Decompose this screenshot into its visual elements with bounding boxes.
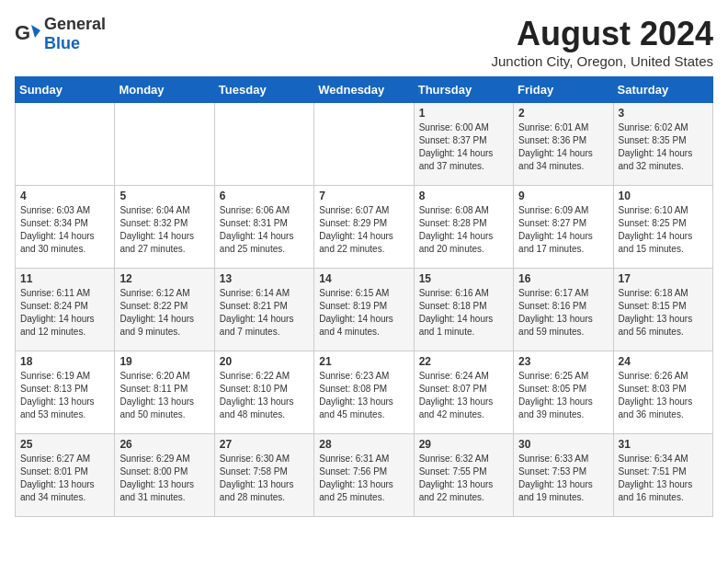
calendar-cell: [314, 103, 414, 186]
calendar-cell: 16Sunrise: 6:17 AM Sunset: 8:16 PM Dayli…: [514, 269, 613, 351]
day-info: Sunrise: 6:27 AM Sunset: 8:01 PM Dayligh…: [20, 453, 109, 504]
day-number: 19: [119, 355, 209, 368]
calendar-cell: 28Sunrise: 6:31 AM Sunset: 7:56 PM Dayli…: [314, 434, 414, 517]
calendar-cell: 24Sunrise: 6:26 AM Sunset: 8:03 PM Dayli…: [613, 351, 712, 434]
page-header: G General Blue August 2024 Junction City…: [15, 15, 713, 69]
day-info: Sunrise: 6:07 AM Sunset: 8:29 PM Dayligh…: [319, 204, 408, 256]
day-info: Sunrise: 6:25 AM Sunset: 8:05 PM Dayligh…: [518, 370, 608, 421]
calendar-cell: 15Sunrise: 6:16 AM Sunset: 8:18 PM Dayli…: [414, 269, 513, 351]
day-info: Sunrise: 6:16 AM Sunset: 8:18 PM Dayligh…: [419, 287, 508, 339]
day-info: Sunrise: 6:30 AM Sunset: 7:58 PM Dayligh…: [220, 453, 309, 504]
day-info: Sunrise: 6:32 AM Sunset: 7:55 PM Dayligh…: [419, 453, 508, 504]
calendar-week-3: 11Sunrise: 6:11 AM Sunset: 8:24 PM Dayli…: [16, 269, 713, 351]
logo: G General Blue: [15, 15, 106, 53]
day-number: 23: [518, 355, 608, 368]
calendar-cell: 17Sunrise: 6:18 AM Sunset: 8:15 PM Dayli…: [613, 269, 712, 351]
day-info: Sunrise: 6:19 AM Sunset: 8:13 PM Dayligh…: [20, 370, 109, 421]
day-of-week-thursday: Thursday: [414, 77, 513, 103]
calendar-cell: 23Sunrise: 6:25 AM Sunset: 8:05 PM Dayli…: [514, 351, 613, 434]
calendar-cell: 18Sunrise: 6:19 AM Sunset: 8:13 PM Dayli…: [16, 351, 115, 434]
calendar-cell: 12Sunrise: 6:12 AM Sunset: 8:22 PM Dayli…: [115, 269, 214, 351]
calendar-cell: 19Sunrise: 6:20 AM Sunset: 8:11 PM Dayli…: [115, 351, 214, 434]
day-number: 4: [20, 190, 109, 202]
logo-general-text: General: [44, 15, 106, 33]
calendar-cell: 6Sunrise: 6:06 AM Sunset: 8:31 PM Daylig…: [214, 186, 313, 269]
day-number: 16: [518, 272, 608, 285]
calendar-cell: 21Sunrise: 6:23 AM Sunset: 8:08 PM Dayli…: [314, 351, 414, 434]
day-info: Sunrise: 6:06 AM Sunset: 8:31 PM Dayligh…: [220, 204, 309, 256]
day-info: Sunrise: 6:23 AM Sunset: 8:08 PM Dayligh…: [319, 370, 408, 421]
calendar-cell: 20Sunrise: 6:22 AM Sunset: 8:10 PM Dayli…: [214, 351, 313, 434]
location-text: Junction City, Oregon, United States: [491, 53, 713, 69]
day-info: Sunrise: 6:12 AM Sunset: 8:22 PM Dayligh…: [119, 287, 209, 339]
day-number: 20: [220, 355, 309, 368]
day-number: 14: [319, 272, 408, 285]
calendar-cell: 22Sunrise: 6:24 AM Sunset: 8:07 PM Dayli…: [414, 351, 513, 434]
day-number: 18: [20, 355, 109, 368]
calendar-table: SundayMondayTuesdayWednesdayThursdayFrid…: [15, 76, 713, 517]
day-info: Sunrise: 6:10 AM Sunset: 8:25 PM Dayligh…: [619, 204, 708, 256]
calendar-body: 1Sunrise: 6:00 AM Sunset: 8:37 PM Daylig…: [16, 103, 713, 517]
calendar-week-2: 4Sunrise: 6:03 AM Sunset: 8:34 PM Daylig…: [16, 186, 713, 269]
day-info: Sunrise: 6:02 AM Sunset: 8:35 PM Dayligh…: [619, 121, 708, 173]
calendar-cell: 3Sunrise: 6:02 AM Sunset: 8:35 PM Daylig…: [613, 103, 712, 186]
day-info: Sunrise: 6:20 AM Sunset: 8:11 PM Dayligh…: [119, 370, 209, 421]
calendar-cell: 8Sunrise: 6:08 AM Sunset: 8:28 PM Daylig…: [414, 186, 513, 269]
calendar-cell: 29Sunrise: 6:32 AM Sunset: 7:55 PM Dayli…: [414, 434, 513, 517]
day-info: Sunrise: 6:04 AM Sunset: 8:32 PM Dayligh…: [119, 204, 209, 256]
month-year-heading: August 2024: [491, 15, 713, 53]
day-number: 30: [518, 438, 608, 451]
day-of-week-monday: Monday: [115, 77, 214, 103]
day-info: Sunrise: 6:09 AM Sunset: 8:27 PM Dayligh…: [518, 204, 608, 256]
day-number: 25: [20, 438, 109, 451]
day-info: Sunrise: 6:34 AM Sunset: 7:51 PM Dayligh…: [619, 453, 708, 504]
day-number: 10: [619, 190, 708, 202]
day-number: 28: [319, 438, 408, 451]
day-number: 31: [619, 438, 708, 451]
day-number: 11: [20, 272, 109, 285]
day-number: 9: [518, 190, 608, 202]
day-number: 26: [119, 438, 209, 451]
day-info: Sunrise: 6:01 AM Sunset: 8:36 PM Dayligh…: [518, 121, 608, 173]
day-info: Sunrise: 6:17 AM Sunset: 8:16 PM Dayligh…: [518, 287, 608, 339]
day-info: Sunrise: 6:14 AM Sunset: 8:21 PM Dayligh…: [220, 287, 309, 339]
calendar-header: SundayMondayTuesdayWednesdayThursdayFrid…: [16, 77, 713, 103]
day-of-week-sunday: Sunday: [16, 77, 115, 103]
day-number: 29: [419, 438, 508, 451]
day-info: Sunrise: 6:03 AM Sunset: 8:34 PM Dayligh…: [20, 204, 109, 256]
day-info: Sunrise: 6:26 AM Sunset: 8:03 PM Dayligh…: [619, 370, 708, 421]
day-info: Sunrise: 6:18 AM Sunset: 8:15 PM Dayligh…: [619, 287, 708, 339]
title-block: August 2024 Junction City, Oregon, Unite…: [491, 15, 713, 69]
day-info: Sunrise: 6:08 AM Sunset: 8:28 PM Dayligh…: [419, 204, 508, 256]
day-of-week-friday: Friday: [514, 77, 613, 103]
svg-marker-1: [31, 25, 40, 38]
calendar-week-1: 1Sunrise: 6:00 AM Sunset: 8:37 PM Daylig…: [16, 103, 713, 186]
calendar-cell: 30Sunrise: 6:33 AM Sunset: 7:53 PM Dayli…: [514, 434, 613, 517]
day-number: 22: [419, 355, 508, 368]
logo-blue-text: Blue: [44, 34, 80, 52]
calendar-cell: 25Sunrise: 6:27 AM Sunset: 8:01 PM Dayli…: [16, 434, 115, 517]
calendar-cell: 27Sunrise: 6:30 AM Sunset: 7:58 PM Dayli…: [214, 434, 313, 517]
day-number: 6: [220, 190, 309, 202]
day-of-week-tuesday: Tuesday: [214, 77, 313, 103]
day-number: 12: [119, 272, 209, 285]
calendar-cell: 13Sunrise: 6:14 AM Sunset: 8:21 PM Dayli…: [214, 269, 313, 351]
calendar-cell: 10Sunrise: 6:10 AM Sunset: 8:25 PM Dayli…: [613, 186, 712, 269]
day-number: 24: [619, 355, 708, 368]
day-number: 1: [419, 107, 508, 120]
day-number: 15: [419, 272, 508, 285]
day-info: Sunrise: 6:22 AM Sunset: 8:10 PM Dayligh…: [220, 370, 309, 421]
day-number: 27: [220, 438, 309, 451]
day-number: 3: [619, 107, 708, 120]
calendar-cell: [16, 103, 115, 186]
logo-icon: G: [15, 21, 40, 47]
day-info: Sunrise: 6:29 AM Sunset: 8:00 PM Dayligh…: [119, 453, 209, 504]
day-info: Sunrise: 6:00 AM Sunset: 8:37 PM Dayligh…: [419, 121, 508, 173]
calendar-cell: 14Sunrise: 6:15 AM Sunset: 8:19 PM Dayli…: [314, 269, 414, 351]
calendar-cell: 2Sunrise: 6:01 AM Sunset: 8:36 PM Daylig…: [514, 103, 613, 186]
day-of-week-saturday: Saturday: [613, 77, 712, 103]
calendar-cell: 26Sunrise: 6:29 AM Sunset: 8:00 PM Dayli…: [115, 434, 214, 517]
calendar-cell: 9Sunrise: 6:09 AM Sunset: 8:27 PM Daylig…: [514, 186, 613, 269]
calendar-cell: 31Sunrise: 6:34 AM Sunset: 7:51 PM Dayli…: [613, 434, 712, 517]
day-number: 13: [220, 272, 309, 285]
